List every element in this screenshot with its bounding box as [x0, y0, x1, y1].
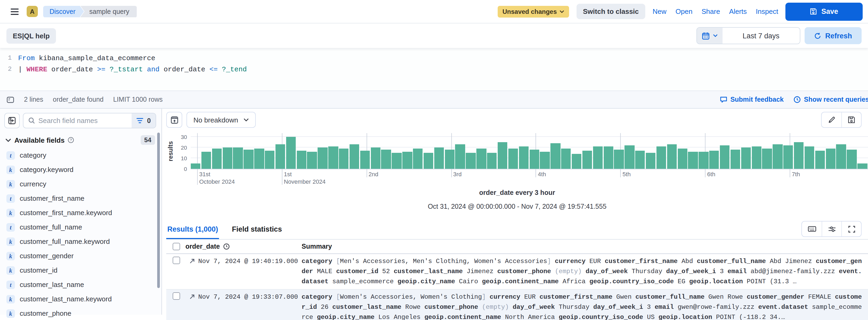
unsaved-changes-badge[interactable]: Unsaved changes — [498, 6, 569, 17]
histogram-bar[interactable] — [424, 153, 433, 169]
space-avatar[interactable]: A — [27, 6, 38, 17]
field-item-customer_full_name.keyword[interactable]: kcustomer_full_name.keyword — [4, 234, 156, 249]
help-circle-icon[interactable]: ? — [68, 137, 74, 143]
refresh-button[interactable]: Refresh — [804, 27, 862, 44]
field-item-customer_phone[interactable]: kcustomer_phone — [4, 306, 156, 320]
histogram-bar[interactable] — [297, 151, 306, 169]
histogram-bar[interactable] — [318, 148, 328, 169]
histogram-bar[interactable] — [794, 142, 804, 169]
histogram-bar[interactable] — [307, 152, 317, 169]
column-header-summary[interactable]: Summary — [302, 243, 868, 250]
histogram-bar[interactable] — [773, 144, 783, 169]
expand-row-button[interactable] — [185, 292, 198, 320]
histogram-bar[interactable] — [572, 154, 582, 169]
histogram-bar[interactable] — [402, 152, 412, 169]
histogram-bar[interactable] — [731, 150, 740, 169]
histogram-bar[interactable] — [667, 144, 677, 169]
histogram-bar[interactable] — [551, 143, 560, 169]
histogram-bar[interactable] — [254, 149, 264, 169]
histogram-bar[interactable] — [741, 148, 751, 169]
histogram-bar[interactable] — [244, 150, 254, 169]
row-checkbox[interactable] — [173, 292, 180, 300]
switch-to-classic-button[interactable]: Switch to classic — [577, 4, 645, 19]
histogram-bar[interactable] — [466, 153, 476, 169]
field-item-category.keyword[interactable]: kcategory.keyword — [4, 162, 156, 177]
histogram-bar[interactable] — [487, 153, 497, 169]
histogram-bar[interactable] — [529, 150, 539, 169]
column-header-order-date[interactable]: order_date — [185, 243, 302, 250]
histogram-bar[interactable] — [212, 149, 222, 169]
histogram-bar[interactable] — [392, 153, 402, 169]
field-filters-button[interactable]: 0 — [132, 114, 156, 128]
fullscreen-button[interactable] — [841, 222, 861, 236]
field-item-category[interactable]: tcategory — [4, 148, 156, 162]
expand-row-button[interactable] — [185, 257, 198, 287]
histogram-bar[interactable] — [593, 147, 602, 169]
histogram-bar[interactable] — [561, 149, 571, 169]
histogram-bar[interactable] — [688, 152, 698, 169]
histogram-bar[interactable] — [847, 150, 857, 169]
histogram-bar[interactable] — [540, 152, 550, 169]
breakdown-select[interactable]: No breakdown — [186, 112, 256, 128]
hide-chart-button[interactable] — [166, 112, 182, 128]
histogram-bar[interactable] — [233, 148, 243, 169]
field-item-customer_last_name[interactable]: tcustomer_last_name — [4, 278, 156, 292]
histogram-bar[interactable] — [498, 142, 507, 169]
field-item-customer_id[interactable]: kcustomer_id — [4, 263, 156, 278]
histogram-bar[interactable] — [614, 150, 624, 169]
save-visualization-button[interactable] — [841, 113, 861, 127]
histogram-bar[interactable] — [508, 149, 518, 169]
histogram-bar[interactable] — [371, 148, 380, 169]
histogram-bar[interactable] — [286, 137, 296, 169]
histogram-bar[interactable] — [635, 151, 645, 169]
histogram-bar[interactable] — [720, 146, 730, 169]
histogram-bar[interactable] — [826, 149, 836, 169]
display-options-button[interactable] — [822, 222, 841, 236]
editor-line[interactable]: 1From kibana_sample_data_ecommerce — [0, 53, 868, 64]
histogram-bar[interactable] — [751, 147, 762, 169]
histogram-bar[interactable] — [328, 147, 338, 169]
histogram-bar[interactable] — [455, 144, 465, 169]
histogram-bar[interactable] — [191, 163, 200, 169]
nav-link-open[interactable]: Open — [676, 7, 693, 15]
histogram-bar[interactable] — [762, 149, 772, 169]
histogram-bar[interactable] — [413, 149, 423, 169]
collapse-sidebar-button[interactable] — [4, 113, 20, 128]
time-range-button[interactable]: Last 7 days — [722, 28, 800, 44]
histogram-bar[interactable] — [857, 163, 867, 169]
histogram-bar[interactable] — [646, 153, 656, 169]
histogram-bar[interactable] — [265, 151, 275, 169]
sidebar-scrollbar[interactable] — [157, 133, 160, 288]
histogram-bar[interactable] — [381, 150, 391, 169]
histogram-bar[interactable] — [445, 150, 455, 169]
submit-feedback-link[interactable]: Submit feedback — [720, 96, 783, 103]
histogram-bar[interactable] — [805, 147, 814, 169]
available-fields-header[interactable]: Available fields ? 54 — [5, 135, 155, 145]
edit-visualization-button[interactable] — [822, 113, 841, 127]
esql-help-button[interactable]: ES|QL help — [6, 28, 56, 43]
histogram-bar[interactable] — [339, 149, 349, 169]
histogram-chart[interactable]: results 0102030 — [166, 133, 868, 169]
histogram-bar[interactable] — [519, 147, 529, 169]
esql-editor[interactable]: 1From kibana_sample_data_ecommerce2| WHE… — [0, 48, 868, 91]
calendar-dropdown-button[interactable] — [697, 28, 722, 44]
breadcrumb-discover[interactable]: Discover — [43, 6, 84, 17]
histogram-bar[interactable] — [360, 151, 370, 169]
field-item-customer_gender[interactable]: kcustomer_gender — [4, 249, 156, 263]
histogram-bar[interactable] — [349, 144, 360, 169]
histogram-bar[interactable] — [222, 148, 232, 169]
nav-link-new[interactable]: New — [653, 7, 666, 15]
field-item-customer_full_name[interactable]: tcustomer_full_name — [4, 220, 156, 234]
histogram-bar[interactable] — [836, 144, 846, 169]
tab-results[interactable]: Results (1,000) — [166, 222, 219, 239]
histogram-bar[interactable] — [582, 151, 592, 169]
tab-field-statistics[interactable]: Field statistics — [231, 222, 283, 239]
histogram-bar[interactable] — [476, 149, 486, 169]
select-all-checkbox[interactable] — [173, 243, 180, 250]
histogram-bar[interactable] — [678, 149, 687, 169]
field-item-currency[interactable]: kcurrency — [4, 177, 156, 191]
histogram-bar[interactable] — [783, 146, 793, 169]
menu-icon[interactable] — [5, 2, 24, 21]
histogram-bar[interactable] — [815, 151, 825, 169]
show-recent-queries-link[interactable]: Show recent queries — [793, 96, 868, 103]
